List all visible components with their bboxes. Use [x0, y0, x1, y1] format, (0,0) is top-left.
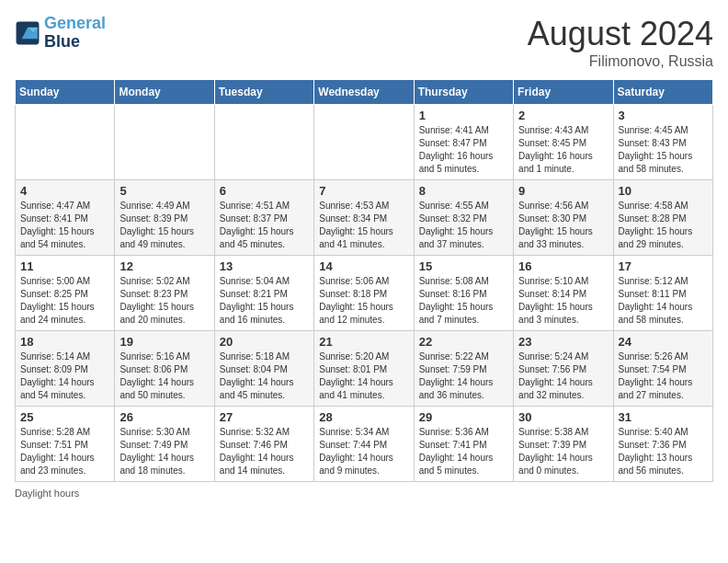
- day-cell: 31Sunrise: 5:40 AM Sunset: 7:36 PM Dayli…: [613, 407, 712, 482]
- day-cell: 13Sunrise: 5:04 AM Sunset: 8:21 PM Dayli…: [214, 256, 313, 331]
- day-number: 15: [419, 259, 508, 273]
- day-info: Sunrise: 5:18 AM Sunset: 8:04 PM Dayligh…: [220, 350, 309, 402]
- day-info: Sunrise: 4:45 AM Sunset: 8:43 PM Dayligh…: [619, 124, 708, 176]
- day-info: Sunrise: 5:32 AM Sunset: 7:46 PM Dayligh…: [220, 426, 309, 477]
- day-number: 27: [220, 410, 309, 424]
- day-number: 10: [619, 184, 708, 198]
- day-info: Sunrise: 5:16 AM Sunset: 8:06 PM Dayligh…: [119, 350, 209, 402]
- day-cell: [16, 105, 115, 180]
- day-cell: 24Sunrise: 5:26 AM Sunset: 7:54 PM Dayli…: [613, 331, 712, 407]
- week-row-4: 18Sunrise: 5:14 AM Sunset: 8:09 PM Dayli…: [16, 331, 713, 407]
- day-info: Sunrise: 5:20 AM Sunset: 8:01 PM Dayligh…: [319, 350, 408, 402]
- day-cell: 1Sunrise: 4:41 AM Sunset: 8:47 PM Daylig…: [414, 105, 513, 180]
- day-info: Sunrise: 5:24 AM Sunset: 7:56 PM Dayligh…: [518, 350, 608, 402]
- day-info: Sunrise: 5:10 AM Sunset: 8:14 PM Dayligh…: [518, 275, 608, 327]
- day-number: 20: [220, 335, 309, 349]
- footer-note: Daylight hours: [15, 488, 713, 499]
- day-number: 2: [518, 109, 608, 122]
- day-cell: 20Sunrise: 5:18 AM Sunset: 8:04 PM Dayli…: [214, 331, 313, 407]
- week-row-3: 11Sunrise: 5:00 AM Sunset: 8:25 PM Dayli…: [16, 256, 713, 331]
- day-info: Sunrise: 5:06 AM Sunset: 8:18 PM Dayligh…: [319, 275, 408, 327]
- day-info: Sunrise: 5:22 AM Sunset: 7:59 PM Dayligh…: [419, 350, 508, 402]
- day-cell: 27Sunrise: 5:32 AM Sunset: 7:46 PM Dayli…: [214, 407, 313, 482]
- day-cell: [314, 105, 414, 180]
- logo: GeneralBlue: [15, 15, 106, 52]
- day-number: 23: [518, 335, 608, 349]
- day-number: 6: [220, 184, 309, 198]
- day-number: 7: [319, 184, 408, 198]
- day-cell: 15Sunrise: 5:08 AM Sunset: 8:16 PM Dayli…: [414, 256, 513, 331]
- day-number: 24: [619, 335, 708, 349]
- calendar-table: SundayMondayTuesdayWednesdayThursdayFrid…: [15, 79, 713, 482]
- day-number: 16: [518, 259, 608, 273]
- day-cell: 9Sunrise: 4:56 AM Sunset: 8:30 PM Daylig…: [514, 180, 613, 256]
- day-number: 22: [419, 335, 508, 349]
- day-info: Sunrise: 4:47 AM Sunset: 8:41 PM Dayligh…: [20, 200, 109, 251]
- day-cell: 19Sunrise: 5:16 AM Sunset: 8:06 PM Dayli…: [115, 331, 214, 407]
- day-number: 11: [20, 259, 109, 273]
- day-info: Sunrise: 5:02 AM Sunset: 8:23 PM Dayligh…: [119, 275, 209, 327]
- day-info: Sunrise: 4:41 AM Sunset: 8:47 PM Dayligh…: [419, 124, 508, 176]
- location-title: Filimonovo, Russia: [528, 53, 713, 70]
- day-number: 19: [119, 335, 209, 349]
- day-info: Sunrise: 5:04 AM Sunset: 8:21 PM Dayligh…: [220, 275, 309, 327]
- day-number: 14: [319, 259, 408, 273]
- day-cell: 21Sunrise: 5:20 AM Sunset: 8:01 PM Dayli…: [314, 331, 414, 407]
- day-number: 12: [119, 259, 209, 273]
- day-number: 9: [518, 184, 608, 198]
- page-header: GeneralBlue August 2024 Filimonovo, Russ…: [15, 15, 713, 70]
- weekday-header-sunday: Sunday: [16, 80, 115, 105]
- day-cell: 28Sunrise: 5:34 AM Sunset: 7:44 PM Dayli…: [314, 407, 414, 482]
- day-number: 4: [20, 184, 109, 198]
- title-block: August 2024 Filimonovo, Russia: [528, 15, 713, 70]
- day-cell: 23Sunrise: 5:24 AM Sunset: 7:56 PM Dayli…: [514, 331, 613, 407]
- day-cell: 30Sunrise: 5:38 AM Sunset: 7:39 PM Dayli…: [514, 407, 613, 482]
- day-cell: 22Sunrise: 5:22 AM Sunset: 7:59 PM Dayli…: [414, 331, 513, 407]
- day-info: Sunrise: 4:43 AM Sunset: 8:45 PM Dayligh…: [518, 124, 608, 176]
- day-number: 3: [619, 109, 708, 122]
- day-number: 17: [619, 259, 708, 273]
- day-cell: 4Sunrise: 4:47 AM Sunset: 8:41 PM Daylig…: [16, 180, 115, 256]
- day-cell: 29Sunrise: 5:36 AM Sunset: 7:41 PM Dayli…: [414, 407, 513, 482]
- day-number: 8: [419, 184, 508, 198]
- weekday-header-monday: Monday: [115, 80, 214, 105]
- day-cell: 6Sunrise: 4:51 AM Sunset: 8:37 PM Daylig…: [214, 180, 313, 256]
- day-info: Sunrise: 5:28 AM Sunset: 7:51 PM Dayligh…: [20, 426, 109, 477]
- day-cell: 11Sunrise: 5:00 AM Sunset: 8:25 PM Dayli…: [16, 256, 115, 331]
- day-cell: 17Sunrise: 5:12 AM Sunset: 8:11 PM Dayli…: [613, 256, 712, 331]
- day-info: Sunrise: 5:14 AM Sunset: 8:09 PM Dayligh…: [20, 350, 109, 402]
- weekday-header-friday: Friday: [514, 80, 613, 105]
- day-number: 29: [419, 410, 508, 424]
- day-cell: 3Sunrise: 4:45 AM Sunset: 8:43 PM Daylig…: [613, 105, 712, 180]
- day-cell: [214, 105, 313, 180]
- day-cell: 26Sunrise: 5:30 AM Sunset: 7:49 PM Dayli…: [115, 407, 214, 482]
- day-cell: 12Sunrise: 5:02 AM Sunset: 8:23 PM Dayli…: [115, 256, 214, 331]
- weekday-header-tuesday: Tuesday: [214, 80, 313, 105]
- day-cell: 2Sunrise: 4:43 AM Sunset: 8:45 PM Daylig…: [514, 105, 613, 180]
- day-number: 1: [419, 109, 508, 122]
- weekday-header-saturday: Saturday: [613, 80, 712, 105]
- day-info: Sunrise: 5:00 AM Sunset: 8:25 PM Dayligh…: [20, 275, 109, 327]
- day-info: Sunrise: 5:26 AM Sunset: 7:54 PM Dayligh…: [619, 350, 708, 402]
- week-row-1: 1Sunrise: 4:41 AM Sunset: 8:47 PM Daylig…: [16, 105, 713, 180]
- day-cell: [115, 105, 214, 180]
- day-number: 26: [119, 410, 209, 424]
- day-number: 30: [518, 410, 608, 424]
- day-cell: 8Sunrise: 4:55 AM Sunset: 8:32 PM Daylig…: [414, 180, 513, 256]
- day-cell: 14Sunrise: 5:06 AM Sunset: 8:18 PM Dayli…: [314, 256, 414, 331]
- day-number: 31: [619, 410, 708, 424]
- day-info: Sunrise: 5:40 AM Sunset: 7:36 PM Dayligh…: [619, 426, 708, 477]
- weekday-header-row: SundayMondayTuesdayWednesdayThursdayFrid…: [16, 80, 713, 105]
- day-info: Sunrise: 5:30 AM Sunset: 7:49 PM Dayligh…: [119, 426, 209, 477]
- day-cell: 25Sunrise: 5:28 AM Sunset: 7:51 PM Dayli…: [16, 407, 115, 482]
- day-cell: 16Sunrise: 5:10 AM Sunset: 8:14 PM Dayli…: [514, 256, 613, 331]
- day-cell: 7Sunrise: 4:53 AM Sunset: 8:34 PM Daylig…: [314, 180, 414, 256]
- day-info: Sunrise: 5:12 AM Sunset: 8:11 PM Dayligh…: [619, 275, 708, 327]
- weekday-header-thursday: Thursday: [414, 80, 513, 105]
- day-info: Sunrise: 5:08 AM Sunset: 8:16 PM Dayligh…: [419, 275, 508, 327]
- weekday-header-wednesday: Wednesday: [314, 80, 414, 105]
- week-row-5: 25Sunrise: 5:28 AM Sunset: 7:51 PM Dayli…: [16, 407, 713, 482]
- day-info: Sunrise: 4:58 AM Sunset: 8:28 PM Dayligh…: [619, 200, 708, 251]
- day-number: 25: [20, 410, 109, 424]
- logo-icon: [15, 20, 40, 46]
